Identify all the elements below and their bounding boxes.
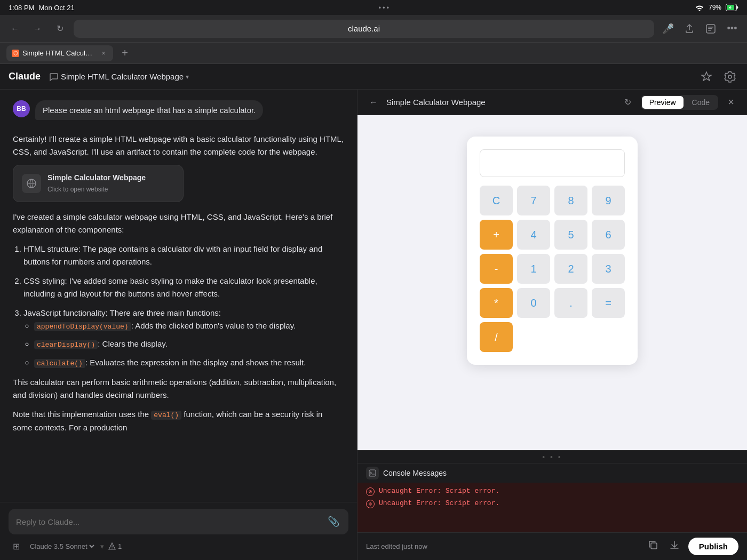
preview-close-button[interactable]: × [724, 95, 738, 110]
error-text-2: Uncaught Error: Script error. [379, 499, 499, 507]
conversation-title[interactable]: Simple HTML Calculator Webpage ▾ [49, 72, 189, 82]
calc-btn-8[interactable]: 8 [554, 186, 587, 215]
refresh-button[interactable]: ↻ [51, 20, 68, 37]
globe-icon [26, 178, 37, 189]
console-header: Console Messages [357, 463, 747, 483]
sidebar-toggle-button[interactable]: ⊞ [9, 539, 23, 554]
reply-input[interactable] [16, 517, 322, 526]
svg-rect-8 [651, 543, 657, 549]
calc-btn-4[interactable]: 4 [517, 220, 550, 250]
terminal-icon [369, 469, 376, 477]
calc-btn-7[interactable]: 7 [517, 186, 550, 215]
claude-logo: Claude [9, 71, 41, 82]
list-item-2: CSS styling: I've added some basic styli… [23, 275, 344, 300]
func-code-2: clearDisplay() [34, 340, 98, 349]
func-item-3: calculate(): Evaluates the expression in… [34, 356, 344, 370]
address-bar[interactable] [74, 20, 654, 38]
reply-input-container: 📎 [9, 509, 348, 534]
resize-divider[interactable]: • • • [357, 450, 747, 463]
preview-back-button[interactable]: ← [366, 95, 381, 110]
calc-btn-3[interactable]: 3 [592, 254, 625, 284]
warning-count: 1 [118, 542, 122, 550]
calc-btn-2[interactable]: 2 [554, 254, 587, 284]
main-layout: BB Please create an html webpage that ha… [0, 90, 747, 560]
app-header: Claude Simple HTML Calculator Webpage ▾ [0, 64, 747, 90]
list-item-3: JavaScript functionality: There are thre… [23, 307, 344, 370]
tab-close-button[interactable]: × [99, 49, 108, 58]
calc-btn-minus[interactable]: - [480, 254, 513, 284]
console-title: Console Messages [383, 469, 447, 477]
share-button[interactable] [681, 20, 698, 37]
explanation-list: HTML structure: The page contains a calc… [13, 243, 344, 370]
copy-button[interactable] [646, 539, 661, 554]
copy-icon [648, 540, 658, 550]
func-item-2: clearDisplay(): Clears the display. [34, 338, 344, 351]
calc-btn-9[interactable]: 9 [592, 186, 625, 215]
assistant-text-2: I've created a simple calculator webpage… [13, 211, 344, 236]
settings-button[interactable] [721, 68, 738, 85]
summary-text: This calculator can perform basic arithm… [13, 376, 344, 402]
console-panel: Console Messages ⊗ Uncaught Error: Scrip… [357, 463, 747, 532]
func-code-3: calculate() [34, 359, 85, 368]
assistant-text-1: Certainly! I'll create a simple HTML web… [13, 133, 344, 158]
star-button[interactable] [698, 68, 715, 85]
back-button[interactable]: ← [6, 20, 23, 37]
calc-btn-plus[interactable]: + [480, 220, 513, 250]
tab-preview[interactable]: Preview [642, 96, 684, 109]
day: Mon Oct 21 [38, 4, 74, 12]
calc-btn-multiply[interactable]: * [480, 288, 513, 318]
new-tab-button[interactable]: + [117, 46, 132, 61]
browser-tab[interactable]: ⬡ Simple HTML Calculator × [6, 45, 113, 61]
calculator-grid: C 7 8 9 + 4 5 6 - 1 2 3 * 0 [480, 186, 625, 352]
calc-btn-divide[interactable]: / [480, 322, 513, 352]
download-icon [669, 540, 680, 550]
preview-content: C 7 8 9 + 4 5 6 - 1 2 3 * 0 [357, 115, 747, 450]
user-message: BB Please create an html webpage that ha… [13, 100, 344, 120]
error-icon-1: ⊗ [366, 487, 375, 496]
preview-footer: Last edited just now Publish [357, 532, 747, 560]
chat-footer-meta: ⊞ Claude 3.5 Sonnet ▾ 1 [9, 534, 348, 554]
func-code-1: appendToDisplay(value) [34, 322, 131, 331]
svg-rect-4 [708, 28, 712, 29]
model-select[interactable]: Claude 3.5 Sonnet [28, 542, 96, 551]
tab-title: Simple HTML Calculator [22, 49, 96, 57]
preview-refresh-button[interactable]: ↻ [621, 95, 635, 110]
preview-title: Simple Calculator Webpage [386, 98, 615, 107]
battery-icon [726, 4, 738, 11]
download-button[interactable] [667, 539, 682, 554]
artifact-info: Simple Calculator Webpage Click to open … [47, 172, 174, 195]
chat-messages: BB Please create an html webpage that ha… [0, 90, 357, 502]
chat-panel: BB Please create an html webpage that ha… [0, 90, 357, 560]
tab-code[interactable]: Code [685, 96, 717, 109]
publish-button[interactable]: Publish [688, 538, 738, 555]
calc-btn-1[interactable]: 1 [517, 254, 550, 284]
conversation-title-text: Simple HTML Calculator Webpage [61, 72, 184, 81]
calc-btn-5[interactable]: 5 [554, 220, 587, 250]
mic-button[interactable]: 🎤 [659, 20, 677, 37]
calculator: C 7 8 9 + 4 5 6 - 1 2 3 * 0 [467, 137, 638, 365]
list-item-1: HTML structure: The page contains a calc… [23, 243, 344, 268]
calc-btn-equals[interactable]: = [592, 288, 625, 318]
artifact-card[interactable]: Simple Calculator Webpage Click to open … [13, 165, 184, 202]
last-edited: Last edited just now [366, 542, 639, 550]
calculator-display[interactable] [480, 149, 625, 177]
time: 1:08 PM [9, 4, 34, 12]
svg-rect-5 [708, 30, 711, 31]
calc-btn-c[interactable]: C [480, 186, 513, 215]
warning-badge: 1 [108, 542, 122, 550]
status-bar: 1:08 PM Mon Oct 21 ••• 79% [0, 0, 747, 15]
tab-favicon: ⬡ [12, 50, 19, 57]
chat-icon [49, 72, 59, 82]
artifact-title: Simple Calculator Webpage [47, 172, 174, 183]
forward-button[interactable]: → [29, 20, 46, 37]
calc-btn-dot[interactable]: . [554, 288, 587, 318]
console-error-2: ⊗ Uncaught Error: Script error. [366, 499, 738, 508]
wifi-icon [695, 4, 704, 11]
more-button[interactable]: ••• [724, 20, 741, 37]
reader-button[interactable] [702, 20, 719, 37]
browser-actions: 🎤 ••• [659, 20, 741, 37]
calc-btn-6[interactable]: 6 [592, 220, 625, 250]
preview-header: ← Simple Calculator Webpage ↻ Preview Co… [357, 90, 747, 115]
calc-btn-0[interactable]: 0 [517, 288, 550, 318]
attach-button[interactable]: 📎 [326, 514, 341, 529]
